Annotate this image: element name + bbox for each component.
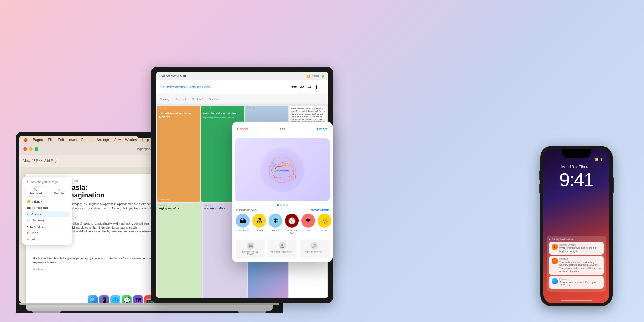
wt-item-summary[interactable]: 📄 Summary — [25, 218, 70, 223]
dock-finder[interactable]: 🔍 — [88, 295, 98, 303]
describe-image-option[interactable]: DESCRIBE AN IMAGE — [236, 240, 265, 258]
svg-rect-11 — [248, 244, 253, 248]
dock-messages[interactable]: 💬 — [122, 295, 132, 303]
ipad-battery-icon: 🔋 — [321, 75, 325, 78]
ipad-redo-icon[interactable]: ↪ — [307, 84, 311, 90]
notif3-header: E Edwina Summer interns arrived. Meeting… — [552, 278, 601, 287]
slide-opening-title: The Effects of Music on Memory — [159, 112, 198, 119]
summary-icon: 📄 — [27, 219, 31, 222]
priority-header: ● Priority Notifications — [549, 238, 604, 241]
iphone: 📶 🔋 Mon 10 ✧ Tiburon 9:41 ● Priority Not… — [540, 146, 613, 306]
baseball-label: Baseball Cap — [285, 229, 299, 235]
menu-edit[interactable]: Edit — [58, 138, 64, 142]
menu-insert[interactable]: Insert — [68, 138, 77, 142]
menu-arrange[interactable]: Arrange — [97, 138, 109, 142]
modal-create-button[interactable]: Create — [317, 127, 328, 131]
modal-cancel-button[interactable]: Cancel — [237, 127, 248, 131]
notif2-message: Your Instacart order is on the way! Deli… — [559, 261, 601, 273]
ipad-add-icon[interactable]: + — [322, 84, 325, 90]
table-label: Table — [31, 231, 38, 235]
modal-suggestions-header: SUGGESTIONS SHOW MORE — [232, 209, 333, 214]
summary-label: Summary — [32, 219, 45, 222]
suggestion-winter[interactable]: ❄ Winter — [269, 214, 282, 235]
svg-point-12 — [249, 245, 251, 246]
menu-file[interactable]: File — [48, 138, 53, 142]
dot-4 — [286, 204, 288, 206]
ipad-back-button[interactable]: ‹ < Effects of Music Explainer Video — [160, 86, 210, 89]
suggestion-beach[interactable]: 🏖 Beach — [252, 214, 266, 235]
wt-tab-proofread[interactable]: 🔍 Proofread — [25, 187, 47, 196]
ipad-time: 9:41 AM Mon Jun 10 — [160, 75, 186, 78]
dock-launchpad[interactable]: 📱 — [99, 295, 109, 303]
zoom-btn[interactable]: 136% ▾ — [32, 159, 42, 163]
wt-item-list[interactable]: ≡ List — [25, 236, 70, 242]
friendly-label: Friendly — [32, 200, 42, 203]
modal-more-button[interactable]: ••• — [280, 126, 285, 132]
notif1-header: I Isabella Lamarre Invite for dinner wit… — [552, 244, 601, 253]
section-3[interactable]: Section 3 — [209, 98, 219, 101]
suggestion-mountains[interactable]: 🏔 Mountains — [236, 214, 250, 235]
iphone-notifications: ● Priority Notifications I Isabella Lama… — [547, 236, 606, 294]
love-icon: ❤ — [301, 214, 315, 228]
person-choose-option[interactable]: PERSON CHOOSE... — [268, 240, 297, 258]
menu-format[interactable]: Format — [81, 138, 92, 142]
slide-s4-title: Aging Benefits — [159, 207, 200, 210]
slide-opening[interactable]: Opening The Effects of Music on Memory s… — [157, 106, 200, 202]
keypoints-label: Key Points — [30, 225, 43, 228]
ipad-app-header: ‹ < Effects of Music Explainer Video •••… — [156, 80, 328, 94]
notif2-content: Instacart Your Instacart order is on the… — [559, 258, 601, 273]
keypoints-icon: • — [27, 225, 28, 228]
dock-safari[interactable]: 🌐 — [110, 295, 120, 303]
proofread-label: Proofread — [29, 192, 42, 195]
iphone-wallpaper: 📶 🔋 Mon 10 ✧ Tiburon 9:41 ● Priority Not… — [543, 149, 609, 303]
suggestion-love[interactable]: ❤ Love — [301, 214, 315, 235]
wt-items-list: 🙂 Friendly 💼 Professional ✂ Concise — [25, 199, 70, 242]
notif3-sender: Edwina — [559, 278, 601, 280]
describe-label: DESCRIBE AN IMAGE — [238, 251, 263, 255]
section-1[interactable]: Section 1 — [175, 98, 186, 101]
menu-view[interactable]: View — [114, 138, 121, 142]
wt-item-friendly[interactable]: 🙂 Friendly — [25, 199, 70, 204]
modal-header: Cancel ••• Create — [232, 122, 333, 135]
wt-tabs: 🔍 Proofread ↺ Rewrite — [25, 187, 70, 196]
crown-icon: 👑 — [318, 214, 331, 228]
ipad-status-bar: 9:41 AM Mon Jun 10 📶 100% 🔋 — [156, 72, 328, 80]
notif1-content: Isabella Lamarre Invite for dinner with … — [559, 244, 601, 253]
section-2[interactable]: Section 2 — [192, 98, 203, 101]
menu-window[interactable]: Window — [125, 138, 137, 142]
style-sketch-option[interactable]: STYLE SKETCH — [300, 240, 329, 258]
maximize-button[interactable] — [35, 147, 38, 151]
ipad-share-icon[interactable]: ⬆ — [314, 84, 319, 90]
section-opening[interactable]: Opening — [160, 98, 169, 101]
modal-suggestions-list: 🏔 Mountains 🏖 Beach ❄ Winter ⚾ Baseball … — [232, 214, 333, 238]
writing-tools-panel: ✦ Describe your change 🔍 Proofread ↺ — [22, 177, 72, 245]
wt-item-table[interactable]: ⊞ Table — [25, 230, 70, 236]
suggestion-baseball[interactable]: ⚾ Baseball Cap — [285, 214, 299, 235]
ipad-more-icon[interactable]: ••• — [291, 84, 297, 90]
list-icon: ≡ — [27, 238, 29, 241]
view-btn[interactable]: View — [23, 159, 30, 163]
slide-opening-content: The Effects of Music on Memory — [157, 110, 200, 121]
notif1-message: Invite for dinner with Sandy and her boy… — [559, 247, 601, 253]
wt-tab-rewrite[interactable]: ↺ Rewrite — [48, 187, 70, 196]
ipad-undo-icon[interactable]: ↩ — [300, 84, 304, 90]
add-page-btn[interactable]: Add Page — [44, 159, 58, 163]
wt-item-professional[interactable]: 💼 Professional — [25, 205, 70, 211]
ipad-status-right: 📶 100% 🔋 — [307, 75, 325, 78]
professional-icon: 💼 — [27, 206, 31, 209]
wt-item-concise[interactable]: ✂ Concise — [25, 211, 70, 217]
table-icon: ⊞ — [27, 231, 30, 235]
person-icon — [279, 242, 286, 250]
svg-point-3 — [260, 147, 305, 192]
wt-item-keypoints[interactable]: • Key Points — [25, 224, 70, 230]
minimize-button[interactable] — [29, 147, 33, 151]
proofread-icon: 🔍 — [34, 188, 37, 191]
iphone-date: Mon 10 ✧ Tiburon — [543, 165, 609, 169]
slide-section4[interactable]: Section 4 Aging Benefits — [157, 203, 202, 298]
image-creator-modal: Cancel ••• Create — [232, 122, 333, 262]
dock-maps[interactable]: 🗺 — [133, 295, 143, 303]
love-label: Love — [305, 229, 311, 232]
suggestion-crown[interactable]: 👑 Crown — [318, 214, 331, 235]
close-button[interactable] — [23, 147, 27, 151]
show-more-button[interactable]: SHOW MORE — [311, 209, 329, 212]
